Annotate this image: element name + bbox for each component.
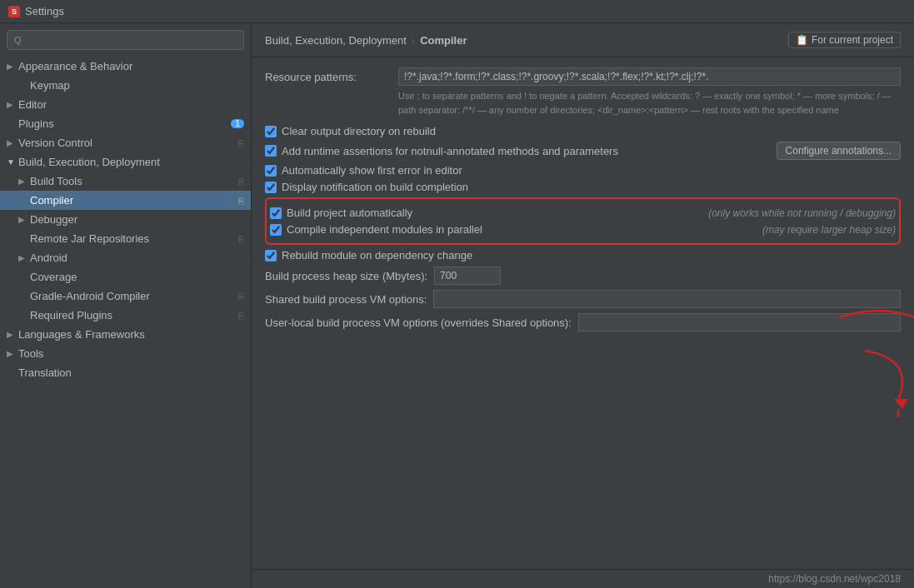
user-local-vm-options-label: User-local build process VM options (ove… — [265, 316, 572, 329]
arrow-icon: ▶ — [18, 253, 30, 262]
annotation-svg — [515, 292, 914, 417]
arrow-icon: ▶ — [7, 62, 18, 71]
highlighted-section: Build project automatically (only works … — [265, 197, 901, 245]
arrow-icon: ▶ — [7, 330, 18, 339]
arrow-icon: ▶ — [18, 215, 30, 224]
sidebar-item-plugins[interactable]: Plugins 1 — [0, 114, 251, 133]
checkbox-row-rebuild-module: Rebuild module on dependency change — [265, 249, 901, 262]
sidebar-item-label: Plugins — [18, 117, 231, 130]
shared-vm-options-label: Shared build process VM options: — [265, 293, 427, 306]
search-input[interactable] — [25, 34, 237, 46]
clear-output-checkbox[interactable] — [265, 126, 277, 137]
sidebar-item-appearance[interactable]: ▶ Appearance & Behavior — [0, 57, 251, 76]
copy-icon: ⎘ — [238, 196, 244, 206]
sidebar-item-label: Android — [30, 252, 244, 264]
for-current-project-button[interactable]: 📋 For current project — [788, 32, 901, 48]
sidebar-item-label: Coverage — [30, 271, 244, 283]
compile-parallel-note: (may require larger heap size) — [762, 224, 896, 236]
copy-icon: ⎘ — [238, 138, 244, 148]
shared-vm-options-row: Shared build process VM options: — [265, 290, 901, 308]
breadcrumb: Build, Execution, Deployment › Compiler … — [252, 23, 914, 57]
show-first-error-checkbox[interactable] — [265, 165, 277, 177]
app-icon: S — [8, 6, 20, 17]
sidebar-item-label: Translation — [18, 366, 244, 379]
sidebar-item-languages[interactable]: ▶ Languages & Frameworks — [0, 325, 251, 344]
copy-icon: ⎘ — [238, 311, 244, 321]
sidebar-item-required-plugins[interactable]: Required Plugins ⎘ — [0, 306, 251, 325]
sidebar-item-build-execution[interactable]: ▼ Build, Execution, Deployment — [0, 152, 251, 172]
checkbox-row-display-notification: Display notification on build completion — [265, 181, 901, 193]
sidebar-item-gradle-android[interactable]: Gradle-Android Compiler ⎘ — [0, 287, 251, 306]
badge-count: 1 — [231, 119, 244, 128]
sidebar-item-translation[interactable]: Translation — [0, 363, 251, 382]
copy-icon: ⎘ — [238, 177, 244, 187]
rebuild-module-label[interactable]: Rebuild module on dependency change — [282, 249, 472, 262]
sidebar-item-label: Remote Jar Repositories — [30, 232, 235, 245]
checkbox-row-clear-output: Clear output directory on rebuild — [265, 125, 901, 137]
build-project-auto-label[interactable]: Build project automatically — [287, 207, 412, 219]
sidebar-item-label: Tools — [18, 347, 244, 360]
heap-size-input[interactable] — [434, 267, 501, 285]
sidebar-item-editor[interactable]: ▶ Editor — [0, 95, 251, 114]
heap-size-label: Build process heap size (Mbytes): — [265, 270, 427, 282]
arrow-icon: ▶ — [18, 177, 30, 186]
sidebar-item-label: Debugger — [30, 213, 244, 226]
shared-vm-options-input[interactable] — [433, 290, 901, 308]
resource-patterns-label: Resource patterns: — [265, 67, 398, 83]
show-first-error-label[interactable]: Automatically show first error in editor — [282, 164, 462, 177]
sidebar-item-coverage[interactable]: Coverage — [0, 267, 251, 287]
rebuild-module-checkbox[interactable] — [265, 250, 277, 262]
search-icon: Q — [14, 35, 22, 45]
sidebar-item-tools[interactable]: ▶ Tools — [0, 344, 251, 363]
copy-icon: ⎘ — [238, 292, 244, 301]
main-content: Q ▶ Appearance & Behavior Keymap ▶ Edito… — [0, 23, 914, 588]
user-local-vm-options-input[interactable] — [578, 313, 901, 331]
sidebar-item-label: Keymap — [30, 79, 244, 92]
checkbox-row-build-project-auto: Build project automatically (only works … — [270, 207, 896, 219]
footer-url: https://blog.csdn.net/wpc2018 — [252, 569, 914, 588]
clear-output-label[interactable]: Clear output directory on rebuild — [282, 125, 436, 137]
arrow-icon: ▶ — [7, 100, 18, 109]
sidebar-item-label: Required Plugins — [30, 309, 235, 321]
runtime-assertions-checkbox[interactable] — [265, 145, 277, 157]
for-project-label: For current project — [812, 34, 893, 46]
build-project-auto-note: (only works while not running / debuggin… — [708, 207, 896, 219]
configure-annotations-button[interactable]: Configure annotations... — [777, 142, 901, 160]
project-icon: 📋 — [796, 34, 808, 46]
compile-parallel-checkbox[interactable] — [270, 224, 282, 236]
sidebar-item-label: Editor — [18, 98, 244, 111]
search-box[interactable]: Q — [7, 30, 244, 50]
sidebar-item-compiler[interactable]: Compiler ⎘ — [0, 191, 251, 210]
compile-parallel-label[interactable]: Compile independent modules in parallel — [287, 223, 482, 236]
sidebar-item-remote-jar[interactable]: Remote Jar Repositories ⎘ — [0, 229, 251, 248]
runtime-assertions-label[interactable]: Add runtime assertions for notnull-annot… — [282, 145, 618, 157]
user-local-vm-options-row: User-local build process VM options (ove… — [265, 313, 901, 331]
display-notification-label[interactable]: Display notification on build completion — [282, 181, 468, 193]
checkbox-row-show-first-error: Automatically show first error in editor — [265, 164, 901, 177]
sidebar-item-android[interactable]: ▶ Android — [0, 248, 251, 267]
resource-patterns-input[interactable] — [398, 67, 901, 86]
arrow-icon: ▼ — [7, 157, 18, 167]
arrow-icon: ▶ — [7, 349, 18, 358]
sidebar-item-version-control[interactable]: ▶ Version Control ⎘ — [0, 133, 251, 152]
sidebar: Q ▶ Appearance & Behavior Keymap ▶ Edito… — [0, 23, 252, 588]
sidebar-item-label: Appearance & Behavior — [18, 60, 244, 72]
sidebar-item-debugger[interactable]: ▶ Debugger — [0, 210, 251, 229]
window-title: Settings — [25, 5, 64, 17]
sidebar-item-keymap[interactable]: Keymap — [0, 76, 251, 95]
resource-patterns-help: Use ; to separate patterns and ! to nega… — [398, 89, 901, 117]
copy-icon: ⎘ — [238, 234, 244, 244]
heap-size-row: Build process heap size (Mbytes): — [265, 267, 901, 285]
display-notification-checkbox[interactable] — [265, 182, 277, 193]
breadcrumb-current: Compiler — [420, 34, 467, 47]
svg-marker-1 — [894, 399, 908, 409]
settings-inner: Resource patterns: Use ; to separate pat… — [265, 67, 901, 331]
build-project-auto-checkbox[interactable] — [270, 207, 282, 219]
sidebar-item-label: Build Tools — [30, 175, 235, 187]
sidebar-item-label: Compiler — [30, 194, 235, 207]
sidebar-item-build-tools[interactable]: ▶ Build Tools ⎘ — [0, 172, 251, 191]
title-bar: S Settings — [0, 0, 914, 23]
checkbox-row-runtime-assertions: Add runtime assertions for notnull-annot… — [265, 142, 901, 160]
sidebar-item-label: Version Control — [18, 137, 235, 149]
arrow-icon: ▶ — [7, 138, 18, 147]
